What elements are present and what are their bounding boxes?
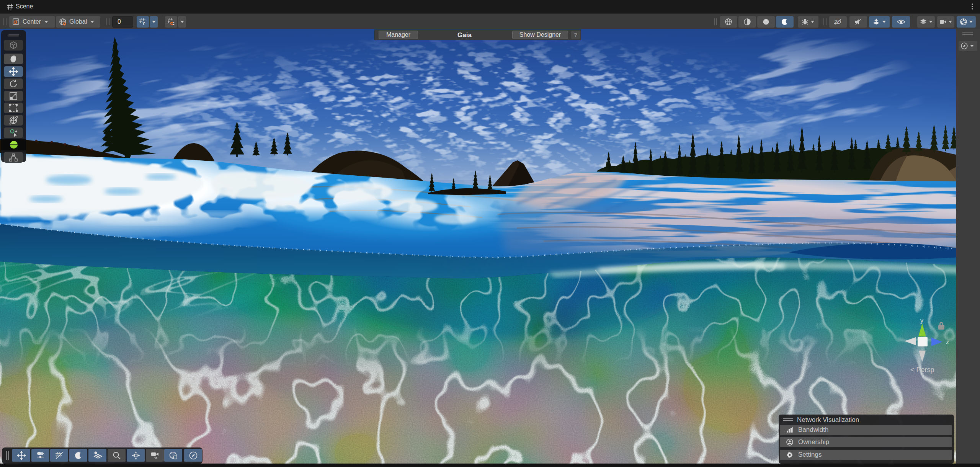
svg-text:< Persp: < Persp (910, 366, 934, 374)
svg-text:2D: 2D (834, 19, 841, 25)
svg-text:y: y (920, 317, 923, 324)
svg-text:z: z (946, 339, 949, 345)
svg-text:Y: Y (142, 21, 145, 26)
